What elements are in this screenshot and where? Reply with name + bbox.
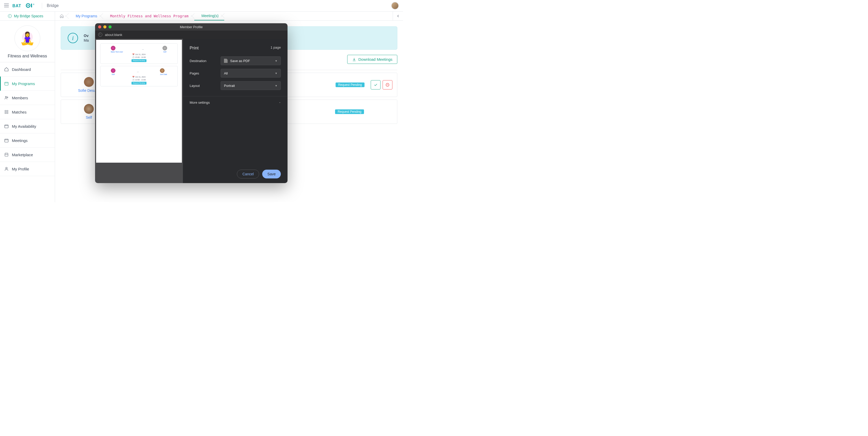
save-button[interactable]: Save bbox=[262, 170, 281, 178]
sidebar-item-meetings[interactable]: Meetings bbox=[0, 134, 55, 148]
cancel-icon bbox=[385, 83, 390, 87]
sidebar-item-marketplace[interactable]: Marketplace bbox=[0, 148, 55, 162]
more-settings-toggle[interactable]: More settings ⌄ bbox=[190, 96, 281, 109]
space-avatar bbox=[14, 25, 40, 51]
chevron-down-icon: ▼ bbox=[275, 59, 277, 62]
print-dialog: Member Profile about:blank Batoi Test Us… bbox=[95, 23, 287, 183]
arrow-icon: → bbox=[136, 70, 139, 73]
crumb-my-programs[interactable]: My Programs bbox=[68, 12, 103, 21]
avatar bbox=[160, 68, 164, 73]
print-preview-pane: Batoi Test User → Self 📅 Oct 31, 2024 🕐 … bbox=[95, 39, 183, 183]
top-header-left: BAT ® Bridge bbox=[4, 3, 59, 8]
sidebar-item-my-programs[interactable]: My Programs bbox=[0, 77, 55, 91]
destination-select[interactable]: Save as PDF ▼ bbox=[221, 56, 281, 65]
download-meetings-button[interactable]: Download Meetings bbox=[347, 55, 397, 64]
top-header: BAT ® Bridge bbox=[0, 0, 403, 12]
back-to-spaces[interactable]: My Bridge Spaces bbox=[0, 12, 55, 21]
divider bbox=[42, 3, 42, 8]
info-title: Ov bbox=[84, 34, 89, 38]
logo[interactable]: BAT ® bbox=[12, 3, 37, 8]
hamburger-icon[interactable] bbox=[4, 4, 9, 8]
svg-point-7 bbox=[5, 96, 7, 98]
meeting-actions bbox=[371, 80, 393, 89]
back-circle-icon bbox=[8, 14, 12, 18]
avatar bbox=[84, 77, 94, 87]
preview-card: Self → Joe Dale 📅 Oct 31, 2024 🕐 12:00 -… bbox=[100, 66, 178, 86]
user-avatar[interactable] bbox=[391, 2, 399, 9]
label-destination: Destination bbox=[190, 59, 221, 63]
app-name[interactable]: Bridge bbox=[47, 3, 59, 8]
secondary-header: My Bridge Spaces My Programs Monthly Fit… bbox=[0, 12, 403, 21]
info-body: Ma bbox=[84, 38, 89, 42]
calendar-icon bbox=[4, 138, 9, 143]
sidebar-item-matches[interactable]: Matches bbox=[0, 105, 55, 119]
sidebar: Fitness and Wellness Dashboard My Progra… bbox=[0, 21, 55, 202]
status-badge: Request Pending bbox=[336, 83, 365, 87]
crumb-program[interactable]: Monthly Fitness and Wellness Program bbox=[103, 12, 194, 21]
chevron-down-icon: ▼ bbox=[275, 84, 277, 87]
arrow-icon: → bbox=[142, 48, 144, 51]
svg-point-5 bbox=[8, 14, 11, 18]
mac-titlebar: Member Profile bbox=[95, 23, 287, 30]
puzzle-icon bbox=[4, 110, 9, 114]
info-text: Ov Ma bbox=[84, 34, 89, 42]
url-text: about:blank bbox=[105, 33, 122, 37]
svg-rect-3 bbox=[31, 4, 32, 7]
check-icon bbox=[374, 83, 378, 87]
breadcrumb: My Programs Monthly Fitness and Wellness… bbox=[55, 12, 393, 21]
print-settings-pane: Print 1 page Destination Save as PDF ▼ P… bbox=[183, 39, 287, 183]
calendar-icon bbox=[4, 81, 9, 86]
pages-select[interactable]: All ▼ bbox=[221, 69, 281, 78]
window-title: Member Profile bbox=[95, 25, 287, 29]
download-icon bbox=[352, 57, 356, 62]
document-icon bbox=[224, 59, 227, 63]
print-footer: Cancel Save bbox=[190, 167, 281, 178]
store-icon bbox=[4, 152, 9, 157]
label-pages: Pages bbox=[190, 71, 221, 75]
layout-select[interactable]: Portrait ▼ bbox=[221, 81, 281, 90]
svg-text:BAT: BAT bbox=[12, 4, 21, 8]
cancel-button[interactable]: Cancel bbox=[237, 170, 259, 178]
sidebar-nav: Dashboard My Programs Members Matches My… bbox=[0, 62, 55, 176]
sidebar-item-profile[interactable]: My Profile bbox=[0, 162, 55, 176]
print-title: Print bbox=[190, 46, 199, 51]
avatar bbox=[162, 46, 167, 51]
home-icon bbox=[4, 67, 9, 71]
accept-button[interactable] bbox=[371, 80, 380, 89]
avatar bbox=[111, 46, 116, 51]
calendar-icon bbox=[4, 124, 9, 128]
svg-point-2 bbox=[27, 5, 29, 6]
sidebar-item-dashboard[interactable]: Dashboard bbox=[0, 62, 55, 77]
svg-text:®: ® bbox=[33, 4, 35, 5]
space-name: Fitness and Wellness bbox=[3, 54, 52, 58]
page-count: 1 page bbox=[271, 46, 281, 51]
avatar bbox=[111, 68, 116, 73]
svg-point-11 bbox=[6, 167, 7, 169]
preview-card: Batoi Test User → Self 📅 Oct 31, 2024 🕐 … bbox=[100, 43, 178, 64]
svg-rect-9 bbox=[5, 125, 8, 128]
sidebar-item-members[interactable]: Members bbox=[0, 91, 55, 105]
home-icon bbox=[60, 14, 64, 18]
svg-rect-10 bbox=[5, 139, 8, 142]
users-icon bbox=[4, 95, 9, 100]
svg-point-8 bbox=[7, 97, 8, 98]
back-label: My Bridge Spaces bbox=[14, 14, 43, 18]
svg-rect-6 bbox=[5, 82, 8, 85]
decline-button[interactable] bbox=[382, 80, 393, 89]
status-badge: Request Pending bbox=[335, 109, 364, 114]
chevron-down-icon: ▼ bbox=[275, 72, 277, 75]
chevron-left-icon bbox=[397, 14, 400, 18]
crumb-meetings[interactable]: Meeting(s) bbox=[194, 12, 224, 21]
info-icon: i bbox=[68, 33, 78, 43]
site-info-icon[interactable] bbox=[98, 33, 102, 37]
print-body: Batoi Test User → Self 📅 Oct 31, 2024 🕐 … bbox=[95, 39, 287, 183]
crumb-home[interactable] bbox=[55, 12, 68, 21]
preview-page: Batoi Test User → Self 📅 Oct 31, 2024 🕐 … bbox=[96, 40, 182, 163]
label-layout: Layout bbox=[190, 84, 221, 88]
avatar bbox=[84, 104, 94, 114]
chevron-down-icon: ⌄ bbox=[279, 100, 281, 105]
collapse-breadcrumb-button[interactable] bbox=[393, 12, 403, 21]
space-card: Fitness and Wellness bbox=[0, 21, 55, 62]
user-icon bbox=[4, 167, 9, 171]
sidebar-item-availability[interactable]: My Availability bbox=[0, 119, 55, 134]
